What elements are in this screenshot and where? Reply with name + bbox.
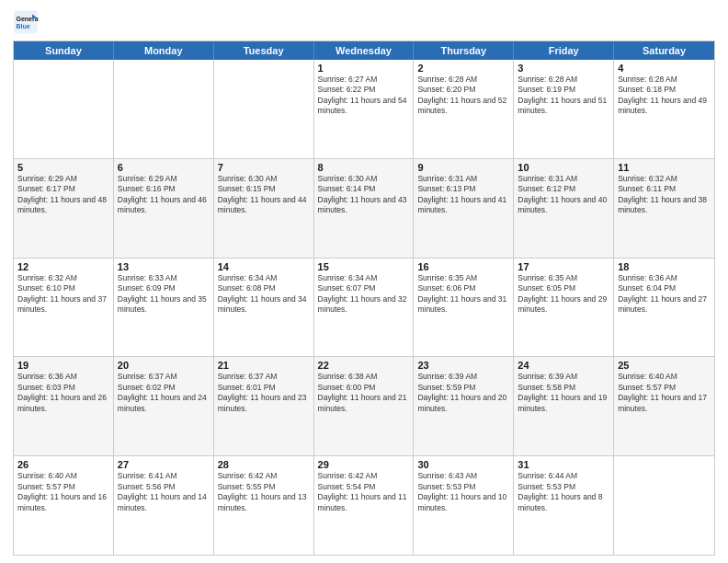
cal-cell-1-4: 1Sunrise: 6:27 AM Sunset: 6:22 PM Daylig… (314, 60, 415, 158)
day-number: 8 (318, 162, 410, 173)
cal-cell-4-4: 22Sunrise: 6:38 AM Sunset: 6:00 PM Dayli… (314, 357, 415, 455)
calendar: SundayMondayTuesdayWednesdayThursdayFrid… (13, 40, 715, 556)
cal-cell-3-4: 15Sunrise: 6:34 AM Sunset: 6:07 PM Dayli… (314, 259, 415, 357)
day-number: 11 (618, 162, 711, 173)
calendar-row-5: 26Sunrise: 6:40 AM Sunset: 5:57 PM Dayli… (14, 455, 714, 555)
header: General Blue (13, 9, 715, 35)
day-number: 21 (218, 360, 310, 371)
cell-detail: Sunrise: 6:33 AM Sunset: 6:09 PM Dayligh… (118, 273, 210, 316)
weekday-header-saturday: Saturday (614, 41, 714, 60)
day-number: 24 (518, 360, 609, 371)
cell-detail: Sunrise: 6:40 AM Sunset: 5:57 PM Dayligh… (17, 471, 109, 513)
day-number: 7 (218, 162, 310, 173)
cell-detail: Sunrise: 6:37 AM Sunset: 6:02 PM Dayligh… (118, 372, 210, 414)
cal-cell-3-6: 17Sunrise: 6:35 AM Sunset: 6:05 PM Dayli… (514, 259, 614, 357)
svg-rect-0 (14, 10, 37, 33)
day-number: 4 (618, 63, 711, 74)
cell-detail: Sunrise: 6:36 AM Sunset: 6:03 PM Dayligh… (17, 372, 109, 414)
cell-detail: Sunrise: 6:40 AM Sunset: 5:57 PM Dayligh… (618, 372, 711, 414)
cell-detail: Sunrise: 6:39 AM Sunset: 5:58 PM Dayligh… (518, 372, 609, 414)
day-number: 10 (518, 162, 609, 173)
weekday-header-monday: Monday (114, 41, 214, 60)
cal-cell-1-5: 2Sunrise: 6:28 AM Sunset: 6:20 PM Daylig… (414, 60, 514, 158)
cal-cell-4-3: 21Sunrise: 6:37 AM Sunset: 6:01 PM Dayli… (214, 357, 314, 455)
day-number: 20 (118, 360, 210, 371)
cal-cell-4-6: 24Sunrise: 6:39 AM Sunset: 5:58 PM Dayli… (514, 357, 614, 455)
day-number: 26 (17, 459, 109, 470)
cell-detail: Sunrise: 6:42 AM Sunset: 5:54 PM Dayligh… (318, 471, 410, 513)
cell-detail: Sunrise: 6:30 AM Sunset: 6:14 PM Dayligh… (318, 174, 410, 216)
day-number: 27 (118, 459, 210, 470)
cell-detail: Sunrise: 6:31 AM Sunset: 6:13 PM Dayligh… (417, 174, 509, 216)
day-number: 25 (618, 360, 711, 371)
cell-detail: Sunrise: 6:29 AM Sunset: 6:16 PM Dayligh… (118, 174, 210, 216)
day-number: 17 (518, 261, 609, 272)
cell-detail: Sunrise: 6:44 AM Sunset: 5:53 PM Dayligh… (518, 471, 609, 513)
calendar-header-row: SundayMondayTuesdayWednesdayThursdayFrid… (14, 41, 714, 60)
day-number: 31 (518, 459, 609, 470)
cal-cell-2-2: 6Sunrise: 6:29 AM Sunset: 6:16 PM Daylig… (114, 159, 214, 258)
cal-cell-5-3: 28Sunrise: 6:42 AM Sunset: 5:55 PM Dayli… (214, 456, 314, 555)
day-number: 12 (17, 261, 109, 272)
day-number: 28 (218, 459, 310, 470)
page: General Blue SundayMondayTuesdayWednesda… (0, 0, 728, 563)
day-number: 9 (417, 162, 509, 173)
day-number: 19 (17, 360, 109, 371)
day-number: 29 (318, 459, 410, 470)
cal-cell-1-1 (14, 60, 114, 158)
day-number: 3 (518, 63, 609, 74)
day-number: 30 (417, 459, 509, 470)
cal-cell-5-6: 31Sunrise: 6:44 AM Sunset: 5:53 PM Dayli… (514, 456, 614, 555)
cell-detail: Sunrise: 6:32 AM Sunset: 6:11 PM Dayligh… (618, 174, 711, 216)
cal-cell-3-5: 16Sunrise: 6:35 AM Sunset: 6:06 PM Dayli… (414, 259, 514, 357)
cal-cell-1-7: 4Sunrise: 6:28 AM Sunset: 6:18 PM Daylig… (614, 60, 714, 158)
day-number: 2 (417, 63, 509, 74)
weekday-header-sunday: Sunday (14, 41, 114, 60)
cell-detail: Sunrise: 6:37 AM Sunset: 6:01 PM Dayligh… (218, 372, 310, 414)
cell-detail: Sunrise: 6:30 AM Sunset: 6:15 PM Dayligh… (218, 174, 310, 216)
day-number: 14 (218, 261, 310, 272)
cal-cell-2-1: 5Sunrise: 6:29 AM Sunset: 6:17 PM Daylig… (14, 159, 114, 258)
cal-cell-2-5: 9Sunrise: 6:31 AM Sunset: 6:13 PM Daylig… (414, 159, 514, 258)
day-number: 6 (118, 162, 210, 173)
day-number: 22 (318, 360, 410, 371)
cell-detail: Sunrise: 6:31 AM Sunset: 6:12 PM Dayligh… (518, 174, 609, 216)
calendar-row-3: 12Sunrise: 6:32 AM Sunset: 6:10 PM Dayli… (14, 258, 714, 357)
cal-cell-5-1: 26Sunrise: 6:40 AM Sunset: 5:57 PM Dayli… (14, 456, 114, 555)
day-number: 16 (417, 261, 509, 272)
cell-detail: Sunrise: 6:35 AM Sunset: 6:05 PM Dayligh… (518, 273, 609, 316)
cell-detail: Sunrise: 6:32 AM Sunset: 6:10 PM Dayligh… (17, 273, 109, 316)
cal-cell-4-1: 19Sunrise: 6:36 AM Sunset: 6:03 PM Dayli… (14, 357, 114, 455)
cal-cell-2-7: 11Sunrise: 6:32 AM Sunset: 6:11 PM Dayli… (614, 159, 714, 258)
cell-detail: Sunrise: 6:34 AM Sunset: 6:08 PM Dayligh… (218, 273, 310, 316)
cell-detail: Sunrise: 6:29 AM Sunset: 6:17 PM Dayligh… (17, 174, 109, 216)
cal-cell-3-1: 12Sunrise: 6:32 AM Sunset: 6:10 PM Dayli… (14, 259, 114, 357)
cal-cell-1-3 (214, 60, 314, 158)
weekday-header-friday: Friday (514, 41, 614, 60)
cal-cell-2-3: 7Sunrise: 6:30 AM Sunset: 6:15 PM Daylig… (214, 159, 314, 258)
cal-cell-5-7 (614, 456, 714, 555)
weekday-header-tuesday: Tuesday (214, 41, 314, 60)
cal-cell-4-5: 23Sunrise: 6:39 AM Sunset: 5:59 PM Dayli… (414, 357, 514, 455)
cal-cell-5-5: 30Sunrise: 6:43 AM Sunset: 5:53 PM Dayli… (414, 456, 514, 555)
logo-icon: General Blue (13, 9, 39, 35)
svg-text:Blue: Blue (17, 23, 30, 29)
cell-detail: Sunrise: 6:39 AM Sunset: 5:59 PM Dayligh… (417, 372, 509, 414)
cal-cell-5-4: 29Sunrise: 6:42 AM Sunset: 5:54 PM Dayli… (314, 456, 415, 555)
cell-detail: Sunrise: 6:28 AM Sunset: 6:19 PM Dayligh… (518, 75, 609, 117)
cal-cell-1-2 (114, 60, 214, 158)
cal-cell-3-3: 14Sunrise: 6:34 AM Sunset: 6:08 PM Dayli… (214, 259, 314, 357)
day-number: 1 (318, 63, 410, 74)
cell-detail: Sunrise: 6:27 AM Sunset: 6:22 PM Dayligh… (318, 75, 410, 117)
weekday-header-wednesday: Wednesday (314, 41, 415, 60)
cell-detail: Sunrise: 6:41 AM Sunset: 5:56 PM Dayligh… (118, 471, 210, 513)
logo: General Blue (13, 9, 40, 35)
cell-detail: Sunrise: 6:28 AM Sunset: 6:20 PM Dayligh… (417, 75, 509, 117)
day-number: 13 (118, 261, 210, 272)
cell-detail: Sunrise: 6:42 AM Sunset: 5:55 PM Dayligh… (218, 471, 310, 513)
day-number: 23 (417, 360, 509, 371)
cell-detail: Sunrise: 6:38 AM Sunset: 6:00 PM Dayligh… (318, 372, 410, 414)
cal-cell-1-6: 3Sunrise: 6:28 AM Sunset: 6:19 PM Daylig… (514, 60, 614, 158)
calendar-row-4: 19Sunrise: 6:36 AM Sunset: 6:03 PM Dayli… (14, 356, 714, 455)
cal-cell-2-4: 8Sunrise: 6:30 AM Sunset: 6:14 PM Daylig… (314, 159, 415, 258)
